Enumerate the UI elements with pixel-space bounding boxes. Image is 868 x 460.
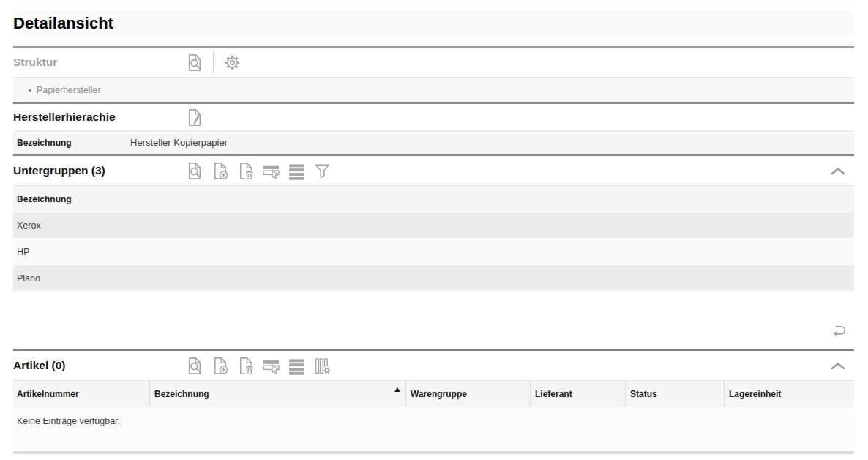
- field-value: Hersteller Kopierpapier: [130, 137, 228, 148]
- document-edit-icon[interactable]: [184, 108, 204, 127]
- bottom-divider: [13, 451, 854, 454]
- page-title-band: Detailansicht: [13, 10, 854, 36]
- hersteller-title: Herstellerhierachie: [13, 111, 116, 124]
- page-title: Detailansicht: [13, 14, 113, 33]
- select-rows-icon[interactable]: [261, 356, 281, 376]
- column-settings-icon[interactable]: [313, 356, 332, 376]
- document-preview-icon[interactable]: [184, 356, 204, 376]
- chevron-up-icon[interactable]: [829, 166, 847, 176]
- sort-ascending-icon: [394, 387, 400, 392]
- struktur-breadcrumb-row[interactable]: Papierhersteller: [13, 77, 854, 102]
- settings-gear-icon[interactable]: [222, 53, 242, 73]
- column-header-label: Bezeichnung: [154, 389, 209, 399]
- untergruppen-column-header[interactable]: Bezeichnung: [13, 185, 854, 212]
- artikel-header-row: Artikelnummer Bezeichnung Warengruppe Li…: [13, 380, 854, 407]
- struktur-section-header: Struktur: [13, 48, 854, 77]
- untergruppen-footer: [13, 292, 854, 349]
- empty-table-message: Keine Einträge verfügbar.: [13, 407, 854, 450]
- untergruppen-section-header: Untergruppen (3): [13, 156, 854, 185]
- artikel-title: Artikel (0): [13, 359, 66, 372]
- table-row[interactable]: HP: [13, 239, 854, 265]
- hersteller-section-header: Herstellerhierachie: [13, 104, 854, 130]
- hersteller-field-row: Bezeichnung Hersteller Kopierpapier: [13, 130, 854, 154]
- field-label: Bezeichnung: [13, 138, 130, 148]
- document-preview-icon[interactable]: [184, 161, 204, 181]
- table-row[interactable]: Plano: [13, 265, 854, 292]
- select-rows-icon[interactable]: [261, 161, 281, 181]
- artikel-section-header: Artikel (0): [13, 351, 854, 380]
- toolbar-separator: [213, 51, 214, 73]
- column-header-status[interactable]: Status: [626, 381, 725, 407]
- breadcrumb[interactable]: Papierhersteller: [37, 85, 101, 95]
- rows-icon[interactable]: [287, 161, 307, 181]
- hersteller-toolbar: [184, 104, 204, 130]
- struktur-title: Struktur: [13, 56, 57, 69]
- column-header-lieferant[interactable]: Lieferant: [531, 381, 626, 407]
- column-header-artikelnummer[interactable]: Artikelnummer: [13, 381, 150, 407]
- breadcrumb-bullet-icon: [29, 89, 31, 92]
- column-header-lagereinheit[interactable]: Lagereinheit: [725, 381, 854, 407]
- filter-icon[interactable]: [313, 161, 332, 181]
- column-header-bezeichnung[interactable]: Bezeichnung: [150, 381, 406, 407]
- chevron-up-icon[interactable]: [829, 360, 847, 371]
- document-delete-icon[interactable]: [236, 161, 255, 181]
- table-row[interactable]: Xerox: [13, 212, 854, 239]
- document-add-icon[interactable]: [210, 356, 230, 376]
- column-header-warengruppe[interactable]: Warengruppe: [406, 381, 531, 407]
- return-arrow-icon[interactable]: [828, 319, 848, 339]
- detail-view-page: Detailansicht Struktur Papierhersteller …: [0, 10, 868, 460]
- artikel-table: Artikelnummer Bezeichnung Warengruppe Li…: [13, 380, 854, 450]
- untergruppen-table: Bezeichnung Xerox HP Plano: [13, 185, 854, 349]
- untergruppen-title: Untergruppen (3): [13, 164, 105, 177]
- untergruppen-toolbar: [184, 156, 332, 185]
- rows-icon[interactable]: [287, 356, 307, 376]
- struktur-toolbar: [184, 48, 242, 77]
- artikel-toolbar: [184, 351, 332, 380]
- document-delete-icon[interactable]: [236, 356, 255, 376]
- document-add-icon[interactable]: [210, 161, 230, 181]
- document-preview-icon[interactable]: [184, 53, 204, 73]
